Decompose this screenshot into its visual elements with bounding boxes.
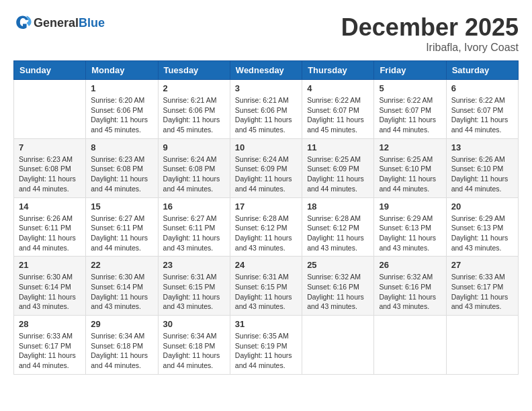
- day-number: 28: [19, 319, 81, 329]
- day-number: 26: [379, 260, 441, 270]
- calendar-cell: 6Sunrise: 6:22 AMSunset: 6:07 PMDaylight…: [446, 80, 518, 139]
- day-number: 23: [163, 260, 225, 270]
- day-number: 12: [379, 142, 441, 152]
- title-section: December 2025 Iribafla, Ivory Coast: [341, 13, 519, 54]
- day-info: Sunrise: 6:33 AMSunset: 6:17 PMDaylight:…: [19, 331, 81, 371]
- calendar-cell: 24Sunrise: 6:31 AMSunset: 6:15 PMDayligh…: [230, 257, 302, 316]
- day-info: Sunrise: 6:24 AMSunset: 6:08 PMDaylight:…: [163, 154, 225, 194]
- day-info: Sunrise: 6:30 AMSunset: 6:14 PMDaylight:…: [19, 272, 81, 312]
- day-number: 15: [91, 201, 152, 212]
- calendar-cell: 29Sunrise: 6:34 AMSunset: 6:18 PMDayligh…: [86, 316, 158, 375]
- day-number: 7: [19, 142, 81, 152]
- calendar-cell: 12Sunrise: 6:25 AMSunset: 6:10 PMDayligh…: [374, 138, 446, 197]
- logo-blue-text: Blue: [79, 16, 105, 30]
- day-info: Sunrise: 6:22 AMSunset: 6:07 PMDaylight:…: [451, 95, 513, 135]
- calendar-week-row: 1Sunrise: 6:20 AMSunset: 6:06 PMDaylight…: [14, 80, 519, 139]
- calendar-cell: 9Sunrise: 6:24 AMSunset: 6:08 PMDaylight…: [158, 138, 230, 197]
- day-info: Sunrise: 6:26 AMSunset: 6:11 PMDaylight:…: [19, 214, 81, 253]
- location-title: Iribafla, Ivory Coast: [341, 42, 519, 54]
- day-number: 19: [379, 201, 441, 212]
- day-info: Sunrise: 6:26 AMSunset: 6:10 PMDaylight:…: [451, 154, 513, 194]
- calendar-cell: 20Sunrise: 6:29 AMSunset: 6:13 PMDayligh…: [446, 197, 518, 257]
- day-info: Sunrise: 6:29 AMSunset: 6:13 PMDaylight:…: [451, 214, 513, 253]
- logo-general-text: General: [34, 16, 79, 30]
- day-number: 13: [451, 142, 513, 152]
- day-number: 21: [19, 260, 81, 270]
- day-number: 29: [91, 319, 152, 329]
- day-number: 3: [235, 83, 297, 93]
- day-number: 11: [307, 142, 369, 152]
- calendar-week-row: 14Sunrise: 6:26 AMSunset: 6:11 PMDayligh…: [14, 197, 519, 257]
- calendar-cell: [446, 316, 518, 375]
- calendar-cell: 2Sunrise: 6:21 AMSunset: 6:06 PMDaylight…: [158, 80, 230, 139]
- logo: GeneralBlue: [13, 13, 105, 32]
- day-info: Sunrise: 6:27 AMSunset: 6:11 PMDaylight:…: [91, 214, 152, 253]
- calendar-cell: 30Sunrise: 6:34 AMSunset: 6:18 PMDayligh…: [158, 316, 230, 375]
- calendar-cell: 25Sunrise: 6:32 AMSunset: 6:16 PMDayligh…: [302, 257, 374, 316]
- day-info: Sunrise: 6:21 AMSunset: 6:06 PMDaylight:…: [163, 95, 225, 135]
- day-number: 2: [163, 83, 225, 93]
- weekday-header-saturday: Saturday: [446, 61, 518, 80]
- calendar-cell: 21Sunrise: 6:30 AMSunset: 6:14 PMDayligh…: [14, 257, 86, 316]
- day-info: Sunrise: 6:34 AMSunset: 6:18 PMDaylight:…: [163, 331, 225, 371]
- day-number: 25: [307, 260, 369, 270]
- calendar-week-row: 28Sunrise: 6:33 AMSunset: 6:17 PMDayligh…: [14, 316, 519, 375]
- day-info: Sunrise: 6:21 AMSunset: 6:06 PMDaylight:…: [235, 95, 297, 135]
- calendar-table: SundayMondayTuesdayWednesdayThursdayFrid…: [13, 60, 519, 375]
- day-info: Sunrise: 6:27 AMSunset: 6:11 PMDaylight:…: [163, 214, 225, 253]
- day-info: Sunrise: 6:25 AMSunset: 6:10 PMDaylight:…: [379, 154, 441, 194]
- calendar-cell: 1Sunrise: 6:20 AMSunset: 6:06 PMDaylight…: [86, 80, 158, 139]
- day-number: 30: [163, 319, 225, 329]
- day-info: Sunrise: 6:31 AMSunset: 6:15 PMDaylight:…: [235, 272, 297, 312]
- calendar-week-row: 21Sunrise: 6:30 AMSunset: 6:14 PMDayligh…: [14, 257, 519, 316]
- month-title: December 2025: [341, 13, 519, 42]
- calendar-cell: 16Sunrise: 6:27 AMSunset: 6:11 PMDayligh…: [158, 197, 230, 257]
- calendar-cell: 19Sunrise: 6:29 AMSunset: 6:13 PMDayligh…: [374, 197, 446, 257]
- calendar-cell: 5Sunrise: 6:22 AMSunset: 6:07 PMDaylight…: [374, 80, 446, 139]
- day-number: 16: [163, 201, 225, 212]
- day-number: 22: [91, 260, 152, 270]
- calendar-cell: 11Sunrise: 6:25 AMSunset: 6:09 PMDayligh…: [302, 138, 374, 197]
- weekday-header-tuesday: Tuesday: [158, 61, 230, 80]
- calendar-cell: 8Sunrise: 6:23 AMSunset: 6:08 PMDaylight…: [86, 138, 158, 197]
- calendar-cell: [374, 316, 446, 375]
- calendar-cell: 14Sunrise: 6:26 AMSunset: 6:11 PMDayligh…: [14, 197, 86, 257]
- calendar-cell: 10Sunrise: 6:24 AMSunset: 6:09 PMDayligh…: [230, 138, 302, 197]
- day-number: 27: [451, 260, 513, 270]
- calendar-cell: 7Sunrise: 6:23 AMSunset: 6:08 PMDaylight…: [14, 138, 86, 197]
- calendar-cell: 26Sunrise: 6:32 AMSunset: 6:16 PMDayligh…: [374, 257, 446, 316]
- weekday-header-wednesday: Wednesday: [230, 61, 302, 80]
- day-info: Sunrise: 6:32 AMSunset: 6:16 PMDaylight:…: [379, 272, 441, 312]
- day-number: 9: [163, 142, 225, 152]
- day-info: Sunrise: 6:28 AMSunset: 6:12 PMDaylight:…: [307, 214, 369, 253]
- calendar-cell: 15Sunrise: 6:27 AMSunset: 6:11 PMDayligh…: [86, 197, 158, 257]
- day-info: Sunrise: 6:35 AMSunset: 6:19 PMDaylight:…: [235, 331, 297, 371]
- day-number: 18: [307, 201, 369, 212]
- day-number: 14: [19, 201, 81, 212]
- day-info: Sunrise: 6:32 AMSunset: 6:16 PMDaylight:…: [307, 272, 369, 312]
- day-number: 20: [451, 201, 513, 212]
- day-info: Sunrise: 6:22 AMSunset: 6:07 PMDaylight:…: [379, 95, 441, 135]
- day-info: Sunrise: 6:20 AMSunset: 6:06 PMDaylight:…: [91, 95, 152, 135]
- calendar-cell: 18Sunrise: 6:28 AMSunset: 6:12 PMDayligh…: [302, 197, 374, 257]
- day-info: Sunrise: 6:34 AMSunset: 6:18 PMDaylight:…: [91, 331, 152, 371]
- day-number: 4: [307, 83, 369, 93]
- day-info: Sunrise: 6:31 AMSunset: 6:15 PMDaylight:…: [163, 272, 225, 312]
- calendar-cell: 13Sunrise: 6:26 AMSunset: 6:10 PMDayligh…: [446, 138, 518, 197]
- day-info: Sunrise: 6:25 AMSunset: 6:09 PMDaylight:…: [307, 154, 369, 194]
- day-number: 6: [451, 83, 513, 93]
- calendar-cell: 27Sunrise: 6:33 AMSunset: 6:17 PMDayligh…: [446, 257, 518, 316]
- day-info: Sunrise: 6:24 AMSunset: 6:09 PMDaylight:…: [235, 154, 297, 194]
- page-header: GeneralBlue December 2025 Iribafla, Ivor…: [13, 13, 519, 54]
- day-number: 17: [235, 201, 297, 212]
- weekday-header-row: SundayMondayTuesdayWednesdayThursdayFrid…: [14, 61, 519, 80]
- weekday-header-thursday: Thursday: [302, 61, 374, 80]
- day-info: Sunrise: 6:33 AMSunset: 6:17 PMDaylight:…: [451, 272, 513, 312]
- calendar-cell: [302, 316, 374, 375]
- weekday-header-friday: Friday: [374, 61, 446, 80]
- day-number: 1: [91, 83, 152, 93]
- calendar-cell: 28Sunrise: 6:33 AMSunset: 6:17 PMDayligh…: [14, 316, 86, 375]
- day-number: 8: [91, 142, 152, 152]
- day-info: Sunrise: 6:23 AMSunset: 6:08 PMDaylight:…: [19, 154, 81, 194]
- logo-icon: [13, 13, 32, 32]
